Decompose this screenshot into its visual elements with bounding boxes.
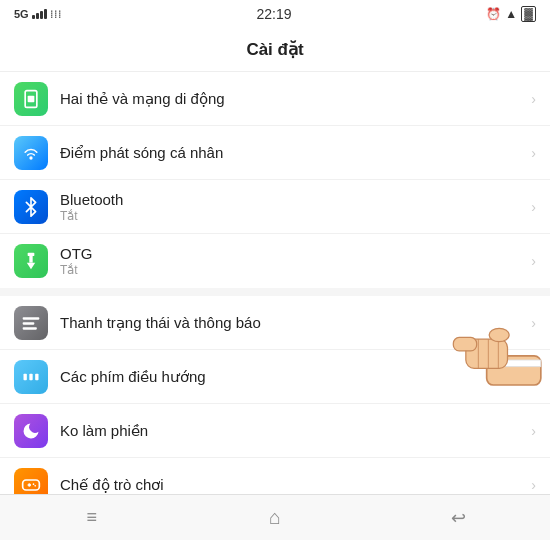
back-button[interactable]: ↩ — [428, 500, 488, 536]
svg-rect-9 — [29, 373, 32, 380]
svg-rect-1 — [28, 95, 35, 102]
list-item[interactable]: Hai thẻ và mạng di động › — [0, 72, 550, 126]
nav-icon-bg — [14, 360, 48, 394]
bottom-nav: ≡ ⌂ ↩ — [0, 494, 550, 540]
home-icon: ⌂ — [269, 506, 281, 529]
status-icon-bg — [14, 306, 48, 340]
svg-rect-3 — [28, 253, 35, 256]
list-item[interactable]: Các phím điều hướng › — [0, 350, 550, 404]
item-subtitle-bluetooth: Tắt — [60, 209, 527, 223]
chevron-icon: › — [531, 315, 536, 331]
item-title-bluetooth: Bluetooth — [60, 191, 527, 208]
wifi-icon: ▲ — [505, 7, 517, 21]
list-item[interactable]: Điểm phát sóng cá nhân › — [0, 126, 550, 180]
item-subtitle-otg: Tắt — [60, 263, 527, 277]
item-title-nav: Các phím điều hướng — [60, 368, 527, 386]
item-title-status: Thanh trạng thái và thông báo — [60, 314, 527, 332]
chevron-icon: › — [531, 253, 536, 269]
settings-list: Hai thẻ và mạng di động › Điểm phát sóng… — [0, 72, 550, 540]
chevron-icon: › — [531, 91, 536, 107]
dnd-icon-bg — [14, 414, 48, 448]
signal-icon — [32, 9, 47, 19]
hotspot-icon — [14, 136, 48, 170]
list-item[interactable]: Thanh trạng thái và thông báo › — [0, 296, 550, 350]
status-right: ⏰ ▲ ▓ — [486, 6, 536, 22]
home-button[interactable]: ⌂ — [245, 500, 305, 536]
back-icon: ↩ — [451, 507, 466, 529]
svg-rect-7 — [23, 327, 37, 330]
svg-point-14 — [33, 483, 35, 485]
alarm-icon: ⏰ — [486, 7, 501, 21]
chevron-icon: › — [531, 423, 536, 439]
status-left: 5G ⁞⁞⁞ — [14, 8, 62, 21]
item-title-hotspot: Điểm phát sóng cá nhân — [60, 144, 527, 162]
chevron-icon: › — [531, 477, 536, 493]
carrier-text: 5G — [14, 8, 29, 20]
item-title-sim: Hai thẻ và mạng di động — [60, 90, 527, 108]
list-item[interactable]: OTG Tắt › — [0, 234, 550, 288]
bluetooth-icon-bg — [14, 190, 48, 224]
svg-rect-10 — [35, 373, 38, 380]
item-title-otg: OTG — [60, 245, 527, 262]
status-bar: 5G ⁞⁞⁞ 22:19 ⏰ ▲ ▓ — [0, 0, 550, 28]
signal-text: ⁞⁞⁞ — [50, 8, 62, 21]
page-title: Cài đặt — [246, 39, 303, 60]
sim-icon — [14, 82, 48, 116]
svg-rect-4 — [29, 256, 32, 263]
svg-rect-8 — [24, 373, 27, 380]
svg-rect-6 — [23, 322, 35, 325]
menu-button[interactable]: ≡ — [62, 500, 122, 536]
battery-icon: ▓ — [521, 6, 536, 22]
status-time: 22:19 — [257, 6, 292, 22]
svg-point-15 — [34, 485, 36, 487]
list-item[interactable]: Ko làm phiền › — [0, 404, 550, 458]
chevron-icon: › — [531, 199, 536, 215]
chevron-icon: › — [531, 369, 536, 385]
menu-icon: ≡ — [86, 507, 97, 528]
otg-icon-bg — [14, 244, 48, 278]
item-title-dnd: Ko làm phiền — [60, 422, 527, 440]
list-item[interactable]: Bluetooth Tắt › — [0, 180, 550, 234]
title-bar: Cài đặt — [0, 28, 550, 72]
svg-rect-5 — [23, 317, 40, 320]
svg-point-2 — [29, 156, 32, 159]
chevron-icon: › — [531, 145, 536, 161]
item-title-game: Chế độ trò chơi — [60, 476, 527, 494]
section-connectivity: Hai thẻ và mạng di động › Điểm phát sóng… — [0, 72, 550, 288]
